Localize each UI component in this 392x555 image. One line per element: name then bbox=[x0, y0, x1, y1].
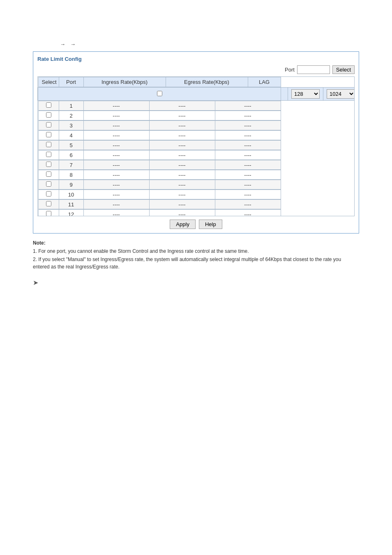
row-port: 4 bbox=[59, 131, 83, 140]
row-port: 10 bbox=[59, 190, 83, 199]
row-checkbox[interactable] bbox=[46, 181, 51, 187]
help-button[interactable]: Help bbox=[199, 220, 222, 229]
row-checkbox[interactable] bbox=[46, 112, 51, 118]
row-lag: ---- bbox=[215, 180, 281, 190]
breadcrumb-arrow-1: → bbox=[60, 41, 65, 47]
note-title: Note: bbox=[33, 240, 359, 246]
row-egress: ---- bbox=[149, 190, 215, 199]
row-checkbox[interactable] bbox=[46, 171, 51, 177]
panel-title: Rate Limit Config bbox=[37, 56, 355, 62]
row-ingress: ---- bbox=[83, 170, 149, 180]
row-ingress: ---- bbox=[83, 150, 149, 160]
row-port: 3 bbox=[59, 121, 83, 130]
row-lag: ---- bbox=[215, 101, 281, 111]
row-ingress: ---- bbox=[83, 180, 149, 190]
row-checkbox[interactable] bbox=[46, 162, 51, 167]
row-egress: ---- bbox=[149, 131, 215, 140]
row-ingress: ---- bbox=[83, 131, 149, 140]
row-egress: ---- bbox=[149, 111, 215, 120]
row-lag: ---- bbox=[215, 170, 281, 180]
row-checkbox[interactable] bbox=[46, 102, 51, 108]
row-ingress: ---- bbox=[83, 160, 149, 170]
row-egress: ---- bbox=[149, 160, 215, 170]
row-checkbox[interactable] bbox=[46, 191, 51, 197]
row-ingress: ---- bbox=[83, 190, 149, 199]
row-lag: ---- bbox=[215, 111, 281, 120]
row-port: 7 bbox=[59, 160, 83, 170]
egress-rate-select[interactable]: 1024 128 256 512 2048 4096 Manual bbox=[327, 89, 355, 99]
table-row: 5------------ bbox=[38, 140, 281, 150]
row-port: 5 bbox=[59, 141, 83, 150]
port-input[interactable] bbox=[297, 65, 330, 74]
row-checkbox[interactable] bbox=[46, 152, 51, 157]
apply-button[interactable]: Apply bbox=[170, 220, 196, 229]
col-port: Port bbox=[59, 77, 83, 87]
row-ingress: ---- bbox=[83, 210, 149, 216]
row-ingress: ---- bbox=[83, 141, 149, 150]
row-egress: ---- bbox=[149, 121, 215, 130]
filter-row-inputs: 128 256 512 1024 2048 4096 Manual 1024 1 bbox=[38, 88, 355, 101]
col-lag: LAG bbox=[248, 77, 281, 87]
row-egress: ---- bbox=[149, 170, 215, 180]
row-port: 6 bbox=[59, 150, 83, 160]
col-egress: Egress Rate(Kbps) bbox=[166, 77, 248, 87]
row-egress: ---- bbox=[149, 141, 215, 150]
note-section: Note: 1. For one port, you cannot enable… bbox=[33, 240, 359, 271]
breadcrumb-arrow-2: → bbox=[70, 41, 76, 47]
row-egress: ---- bbox=[149, 180, 215, 190]
row-ingress: ---- bbox=[83, 101, 149, 111]
table-row: 2------------ bbox=[38, 111, 281, 120]
table-row: 7------------ bbox=[38, 160, 281, 170]
row-egress: ---- bbox=[149, 101, 215, 111]
col-select: Select bbox=[38, 77, 59, 87]
row-port: 11 bbox=[59, 200, 83, 209]
rate-limit-config-panel: Rate Limit Config Port Select Select Por… bbox=[33, 51, 359, 234]
button-row: Apply Help bbox=[37, 220, 355, 229]
row-port: 2 bbox=[59, 111, 83, 120]
port-label: Port bbox=[285, 67, 295, 73]
row-lag: ---- bbox=[215, 160, 281, 170]
port-select-row: Port Select bbox=[37, 65, 355, 74]
breadcrumb: → → bbox=[58, 41, 384, 47]
filter-row: 128 256 512 1024 2048 4096 Manual 1024 1 bbox=[38, 88, 355, 101]
select-all-checkbox[interactable] bbox=[157, 91, 162, 96]
row-lag: ---- bbox=[215, 141, 281, 150]
row-egress: ---- bbox=[149, 200, 215, 209]
table-row: 3------------ bbox=[38, 120, 281, 130]
row-lag: ---- bbox=[215, 200, 281, 209]
row-egress: ---- bbox=[149, 210, 215, 216]
table-row: 8------------ bbox=[38, 170, 281, 180]
row-ingress: ---- bbox=[83, 200, 149, 209]
row-egress: ---- bbox=[149, 150, 215, 160]
table-body: 1------------2------------3------------4… bbox=[38, 101, 281, 216]
table-header: Select Port Ingress Rate(Kbps) Egress Ra… bbox=[38, 77, 281, 87]
row-lag: ---- bbox=[215, 131, 281, 140]
row-port: 12 bbox=[59, 210, 83, 216]
row-checkbox[interactable] bbox=[46, 211, 51, 216]
table-row: 11------------ bbox=[38, 199, 281, 209]
row-checkbox[interactable] bbox=[46, 132, 51, 137]
select-button[interactable]: Select bbox=[332, 65, 355, 74]
row-lag: ---- bbox=[215, 150, 281, 160]
row-lag: ---- bbox=[215, 210, 281, 216]
row-checkbox[interactable] bbox=[46, 122, 51, 127]
table-row: 6------------ bbox=[38, 150, 281, 160]
ingress-rate-select[interactable]: 128 256 512 1024 2048 4096 Manual bbox=[291, 89, 320, 99]
row-port: 1 bbox=[59, 101, 83, 111]
row-checkbox[interactable] bbox=[46, 142, 51, 147]
row-lag: ---- bbox=[215, 121, 281, 130]
note-line-2: 2. If you select "Manual" to set Ingress… bbox=[33, 256, 359, 271]
row-ingress: ---- bbox=[83, 121, 149, 130]
row-lag: ---- bbox=[215, 190, 281, 199]
table-row: 10------------ bbox=[38, 190, 281, 199]
note-line-1: 1. For one port, you cannot enable the S… bbox=[33, 247, 359, 255]
table-row: 4------------ bbox=[38, 130, 281, 140]
row-port: 9 bbox=[59, 180, 83, 190]
table-row: 9------------ bbox=[38, 180, 281, 190]
rate-limit-table: Select Port Ingress Rate(Kbps) Egress Ra… bbox=[37, 76, 355, 216]
col-ingress: Ingress Rate(Kbps) bbox=[83, 77, 166, 87]
table-row: 12------------ bbox=[38, 209, 281, 216]
row-ingress: ---- bbox=[83, 111, 149, 120]
row-port: 8 bbox=[59, 170, 83, 180]
row-checkbox[interactable] bbox=[46, 201, 51, 206]
